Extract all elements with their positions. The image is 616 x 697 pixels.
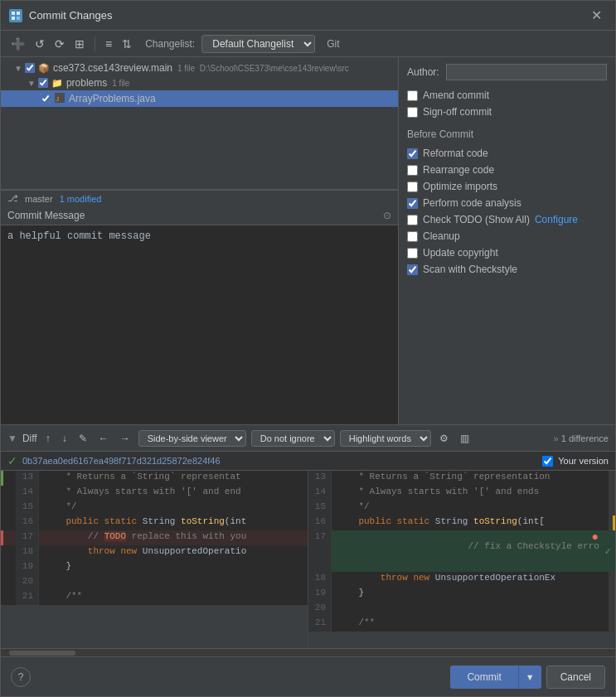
file-checkbox[interactable] bbox=[41, 94, 51, 104]
module-icon: 📦 bbox=[38, 63, 50, 74]
diff-line-marker bbox=[1, 501, 16, 515]
diff-right-lines: 13 * Returns a `String` representation 1… bbox=[308, 471, 615, 632]
collapse-arrow: ▼ bbox=[14, 64, 22, 73]
refresh-button[interactable]: ↺ bbox=[32, 36, 48, 52]
expand-icon: ⊙ bbox=[383, 210, 391, 221]
sort-button[interactable]: ≡ bbox=[102, 36, 115, 52]
reload-button[interactable]: ⟳ bbox=[51, 36, 68, 52]
diff-line-num: 19 bbox=[308, 587, 332, 602]
group-button[interactable]: ⊞ bbox=[71, 36, 88, 52]
expand-diff-icon[interactable]: ▼ bbox=[7, 433, 17, 444]
author-input[interactable] bbox=[446, 64, 607, 80]
tree-item-meta: 1 file bbox=[112, 79, 129, 88]
diff-line-marker bbox=[1, 515, 16, 530]
sign-off-row: Sign-off commit bbox=[407, 104, 607, 120]
right-scroll-indicator bbox=[609, 501, 615, 515]
toolbar: ➕ ↺ ⟳ ⊞ ≡ ⇅ Changelist: Default Changeli… bbox=[1, 31, 615, 57]
diff-right-content: 13 * Returns a `String` representation 1… bbox=[308, 471, 615, 632]
branch-name: master bbox=[25, 194, 53, 204]
diff-check-box: ✓ bbox=[600, 530, 615, 572]
diff-line-content: // fix a Checkstyle error ● bbox=[332, 530, 600, 572]
diff-left-lines: 13 * Returns a `String` representat 14 *… bbox=[1, 471, 308, 605]
rearrange-code-label: Rearrange code bbox=[423, 164, 494, 176]
right-scroll-indicator bbox=[609, 486, 615, 501]
tree-row[interactable]: J ArrayProblems.java bbox=[1, 90, 398, 107]
scrollbar-thumb bbox=[9, 651, 75, 656]
folder-checkbox[interactable] bbox=[38, 78, 48, 88]
diff-columns-btn[interactable]: ▥ bbox=[457, 431, 473, 446]
close-button[interactable]: ✕ bbox=[586, 6, 607, 25]
diff-line: 16 public static String toString(int[ bbox=[308, 515, 615, 530]
cleanup-row: Cleanup bbox=[407, 228, 607, 244]
update-copyright-label: Update copyright bbox=[423, 247, 498, 259]
diff-line-content bbox=[39, 575, 308, 590]
diff-title: Diff bbox=[22, 433, 37, 444]
reformat-code-checkbox[interactable] bbox=[407, 148, 418, 159]
diff-line-marker bbox=[1, 486, 16, 501]
diff-scrollbar[interactable] bbox=[1, 648, 615, 656]
diff-line-num: 19 bbox=[16, 560, 39, 575]
help-button[interactable]: ? bbox=[11, 667, 31, 687]
error-indicator: ● bbox=[592, 530, 599, 544]
diff-up-btn[interactable]: ↑ bbox=[42, 431, 54, 446]
right-scroll-indicator bbox=[609, 515, 615, 530]
commit-button[interactable]: Commit bbox=[450, 666, 517, 689]
diff-back-btn[interactable]: ← bbox=[95, 431, 112, 446]
add-button[interactable]: ➕ bbox=[7, 36, 28, 52]
scan-checkstyle-row: Scan with Checkstyle bbox=[407, 261, 607, 278]
rearrange-code-checkbox[interactable] bbox=[407, 165, 418, 176]
diff-line-num: 21 bbox=[308, 617, 332, 632]
check-todo-checkbox[interactable] bbox=[407, 215, 418, 225]
diff-line-content: * Returns a `String` representat bbox=[39, 471, 308, 486]
cancel-button[interactable]: Cancel bbox=[546, 666, 605, 689]
diff-highlight-dropdown[interactable]: Highlight words bbox=[340, 430, 431, 447]
diff-panel-content: 13 * Returns a `String` representat 14 *… bbox=[1, 471, 615, 648]
diff-line-content: /** bbox=[332, 617, 609, 632]
tree-row[interactable]: ▼ 📦 cse373.cse143review.main 1 file D:\S… bbox=[1, 61, 398, 75]
right-scroll-indicator bbox=[609, 471, 615, 486]
amend-commit-checkbox[interactable] bbox=[407, 90, 418, 101]
amend-commit-row: Amend commit bbox=[407, 87, 607, 104]
diff-line-num: 14 bbox=[16, 486, 39, 501]
filter-button[interactable]: ⇅ bbox=[119, 36, 135, 52]
svg-rect-0 bbox=[12, 12, 15, 15]
diff-line-num: 17 bbox=[16, 530, 39, 545]
diff-ignore-dropdown[interactable]: Do not ignore bbox=[251, 430, 335, 447]
update-copyright-checkbox[interactable] bbox=[407, 248, 418, 259]
diff-file-header: ✓ 0b37aea0ed6167ea498f717d321d25872e824f… bbox=[1, 452, 615, 471]
changelist-dropdown[interactable]: Default Changelist bbox=[201, 35, 315, 53]
optimize-imports-checkbox[interactable] bbox=[407, 182, 418, 192]
scan-checkstyle-checkbox[interactable] bbox=[407, 264, 418, 275]
diff-line-num: 15 bbox=[308, 501, 332, 515]
right-panel: Author: Amend commit Sign-off commit Bef… bbox=[399, 57, 615, 424]
diff-line-content: throw new UnsupportedOperationEx bbox=[332, 572, 609, 587]
diff-line-marker bbox=[1, 471, 16, 486]
diff-down-btn[interactable]: ↓ bbox=[59, 431, 70, 446]
sign-off-checkbox[interactable] bbox=[407, 107, 418, 118]
perform-analysis-checkbox[interactable] bbox=[407, 198, 418, 209]
diff-line: 21 /** bbox=[1, 590, 308, 605]
diff-line-marker bbox=[1, 545, 16, 560]
diff-version-checkbox[interactable] bbox=[542, 456, 553, 467]
diff-left-content: 13 * Returns a `String` representat 14 *… bbox=[1, 471, 308, 605]
diff-fwd-btn[interactable]: → bbox=[117, 431, 133, 446]
commit-message-label: Commit Message bbox=[7, 210, 85, 221]
commit-dropdown-button[interactable]: ▼ bbox=[518, 666, 541, 689]
diff-line: 21 /** bbox=[308, 617, 615, 632]
commit-message-area: Commit Message ⊙ a helpful commit messag… bbox=[1, 206, 398, 424]
diff-viewer-dropdown[interactable]: Side-by-side viewer bbox=[138, 430, 246, 447]
diff-line-content: * Always starts with '[' and ends bbox=[332, 486, 609, 501]
module-checkbox[interactable] bbox=[25, 63, 35, 73]
cleanup-checkbox[interactable] bbox=[407, 231, 418, 242]
left-panel: ▼ 📦 cse373.cse143review.main 1 file D:\S… bbox=[1, 57, 399, 424]
diff-line-num: 13 bbox=[16, 471, 39, 486]
diff-edit-btn[interactable]: ✎ bbox=[75, 431, 90, 446]
diff-settings-btn[interactable]: ⚙ bbox=[436, 431, 452, 446]
collapse-arrow: ▼ bbox=[27, 79, 36, 88]
tree-row[interactable]: ▼ 📁 problems 1 file bbox=[1, 75, 398, 90]
configure-link[interactable]: Configure bbox=[535, 214, 578, 225]
diff-section: ▼ Diff ↑ ↓ ✎ ← → Side-by-side viewer Do … bbox=[1, 424, 615, 656]
diff-right-panel: 13 * Returns a `String` representation 1… bbox=[308, 471, 615, 648]
commit-message-input[interactable]: a helpful commit message bbox=[1, 225, 398, 424]
modified-count[interactable]: 1 modified bbox=[60, 194, 102, 204]
